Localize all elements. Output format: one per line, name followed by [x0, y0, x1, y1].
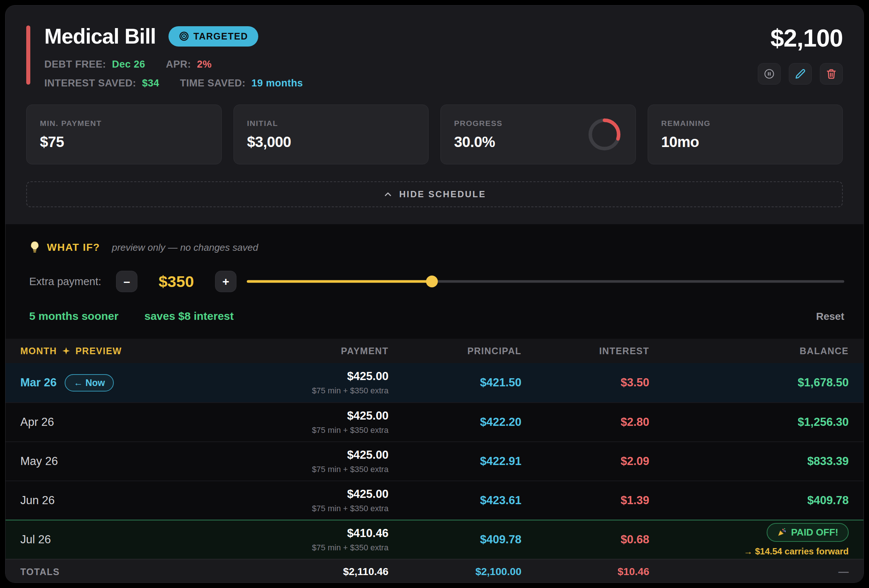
preview-column-header: PREVIEW [76, 346, 122, 356]
debt-card: Medical Bill TARGETED DEBT FREE: [5, 5, 864, 583]
what-if-section: WHAT IF? preview only — no changes saved… [6, 224, 863, 323]
row-payment: $410.46 [225, 527, 389, 540]
row-payment: $425.00 [225, 409, 389, 422]
extra-payment-label: Extra payment: [29, 275, 101, 288]
stat-value: $3,000 [247, 134, 291, 150]
increase-extra-button[interactable]: + [215, 271, 236, 292]
interest-column-header: INTEREST [521, 346, 649, 356]
row-month: Mar 26 [20, 376, 56, 389]
what-if-title: WHAT IF? [47, 241, 100, 253]
pencil-icon [795, 68, 806, 79]
debt-free-value: Dec 26 [112, 59, 145, 70]
minus-icon: – [123, 275, 130, 289]
paid-off-badge: PAID OFF! [767, 523, 849, 542]
debt-free-label: DEBT FREE: [44, 59, 106, 70]
row-principal: $421.50 [388, 376, 521, 389]
stat-label: PROGRESS [454, 119, 503, 128]
principal-column-header: PRINCIPAL [388, 346, 521, 356]
stat-label: INITIAL [247, 119, 291, 128]
totals-principal: $2,100.00 [388, 566, 521, 578]
interest-saved-result: saves $8 interest [144, 310, 234, 323]
lightbulb-icon [29, 241, 40, 254]
stat-value: 30.0% [454, 134, 503, 150]
stat-value: $75 [40, 134, 102, 150]
row-interest: $0.68 [521, 533, 649, 546]
edit-button[interactable] [789, 63, 812, 84]
pause-button[interactable] [758, 63, 781, 84]
plus-icon: + [222, 275, 230, 289]
totals-payment: $2,110.46 [225, 566, 389, 578]
chevron-up-icon [383, 189, 393, 200]
row-payment: $425.00 [225, 370, 389, 383]
slider-fill [247, 280, 432, 283]
totals-row: TOTALS $2,110.46 $2,100.00 $10.46 — [6, 559, 863, 583]
payment-column-header: PAYMENT [225, 346, 389, 356]
table-row[interactable]: May 26 $425.00 $75 min + $350 extra $422… [6, 441, 863, 480]
time-saved-label: TIME SAVED: [180, 77, 246, 89]
row-payment-breakdown: $75 min + $350 extra [225, 465, 389, 474]
hide-schedule-button[interactable]: HIDE SCHEDULE [26, 181, 843, 207]
paid-off-label: PAID OFF! [791, 527, 838, 538]
debt-amount: $2,100 [770, 24, 843, 52]
table-header-row: MONTH PREVIEW PAYMENT PRINCIPAL INTEREST… [6, 339, 863, 363]
slider-thumb[interactable] [426, 275, 438, 287]
what-if-subtitle: preview only — no changes saved [112, 242, 258, 253]
time-sooner-result: 5 months sooner [29, 310, 119, 323]
row-payment-breakdown: $75 min + $350 extra [225, 543, 389, 552]
totals-balance: — [649, 566, 849, 578]
row-balance: $409.78 [649, 494, 849, 507]
totals-label: TOTALS [20, 567, 225, 577]
row-month: May 26 [20, 455, 58, 468]
now-badge: ← Now [65, 374, 114, 391]
balance-column-header: BALANCE [649, 346, 849, 356]
stat-label: REMAINING [661, 119, 711, 128]
sparkle-icon [62, 347, 70, 355]
trash-icon [826, 68, 837, 79]
row-principal: $423.61 [388, 494, 521, 507]
table-row[interactable]: Mar 26 ← Now $425.00 $75 min + $350 extr… [6, 363, 863, 402]
schedule-table: MONTH PREVIEW PAYMENT PRINCIPAL INTEREST… [6, 339, 863, 583]
row-payment: $425.00 [225, 449, 389, 462]
row-month: Jun 26 [20, 494, 55, 507]
row-interest: $2.09 [521, 455, 649, 468]
row-payment-breakdown: $75 min + $350 extra [225, 386, 389, 395]
time-saved-value: 19 months [252, 77, 303, 89]
stats-row: MIN. PAYMENT $75 INITIAL $3,000 PROGRESS… [26, 105, 843, 164]
table-row[interactable]: Apr 26 $425.00 $75 min + $350 extra $422… [6, 402, 863, 441]
stat-min-payment: MIN. PAYMENT $75 [26, 105, 222, 164]
stat-label: MIN. PAYMENT [40, 119, 102, 128]
apr-label: APR: [166, 59, 191, 70]
row-interest: $3.50 [521, 376, 649, 389]
apr-value: 2% [197, 59, 212, 70]
row-balance: $1,256.30 [649, 416, 849, 429]
totals-interest: $10.46 [521, 566, 649, 578]
party-popper-icon [777, 527, 787, 537]
row-principal: $422.91 [388, 455, 521, 468]
row-balance: $1,678.50 [649, 376, 849, 389]
table-row-paid-off[interactable]: Jul 26 $410.46 $75 min + $350 extra $409… [6, 520, 863, 559]
row-payment-breakdown: $75 min + $350 extra [225, 425, 389, 435]
extra-payment-slider[interactable] [247, 271, 844, 292]
hide-schedule-label: HIDE SCHEDULE [399, 189, 486, 200]
table-row[interactable]: Jun 26 $425.00 $75 min + $350 extra $423… [6, 480, 863, 520]
row-principal: $422.20 [388, 416, 521, 429]
row-month: Apr 26 [20, 416, 54, 429]
interest-saved-label: INTEREST SAVED: [44, 77, 136, 89]
debt-color-bar [26, 25, 30, 84]
row-month: Jul 26 [20, 533, 51, 546]
targeted-badge: TARGETED [169, 26, 259, 46]
progress-ring [587, 117, 622, 152]
row-payment-breakdown: $75 min + $350 extra [225, 504, 389, 513]
stat-progress: PROGRESS 30.0% [440, 105, 636, 164]
row-principal: $409.78 [388, 533, 521, 546]
row-interest: $2.80 [521, 416, 649, 429]
stat-remaining: REMAINING 10mo [648, 105, 843, 164]
debt-title: Medical Bill [44, 24, 156, 48]
row-payment: $425.00 [225, 487, 389, 501]
decrease-extra-button[interactable]: – [116, 271, 138, 292]
delete-button[interactable] [820, 63, 843, 84]
debt-summary-section: Medical Bill TARGETED DEBT FREE: [6, 6, 863, 224]
extra-payment-value: $350 [138, 273, 215, 291]
reset-button[interactable]: Reset [816, 311, 844, 323]
carry-forward-note: → $14.54 carries forward [649, 546, 849, 557]
